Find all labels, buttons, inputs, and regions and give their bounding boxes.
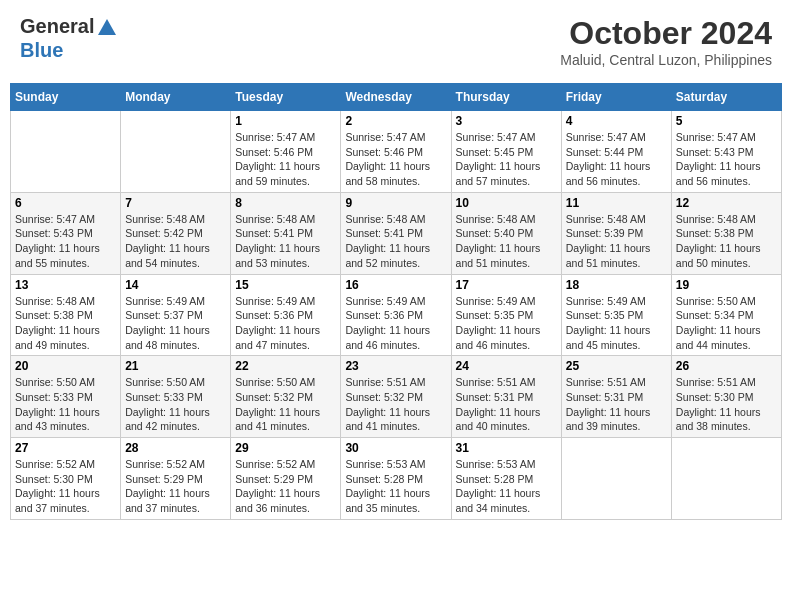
weekday-header: Sunday [11, 84, 121, 111]
day-info: Sunrise: 5:48 AM Sunset: 5:41 PM Dayligh… [345, 212, 446, 271]
calendar-week-row: 1Sunrise: 5:47 AM Sunset: 5:46 PM Daylig… [11, 111, 782, 193]
logo-general: General [20, 15, 94, 37]
month-title: October 2024 [560, 15, 772, 52]
calendar-cell [11, 111, 121, 193]
day-number: 9 [345, 196, 446, 210]
day-number: 24 [456, 359, 557, 373]
calendar-cell: 10Sunrise: 5:48 AM Sunset: 5:40 PM Dayli… [451, 192, 561, 274]
weekday-header: Wednesday [341, 84, 451, 111]
calendar-week-row: 6Sunrise: 5:47 AM Sunset: 5:43 PM Daylig… [11, 192, 782, 274]
day-number: 12 [676, 196, 777, 210]
calendar-cell: 7Sunrise: 5:48 AM Sunset: 5:42 PM Daylig… [121, 192, 231, 274]
calendar-cell [561, 438, 671, 520]
calendar-cell: 19Sunrise: 5:50 AM Sunset: 5:34 PM Dayli… [671, 274, 781, 356]
day-info: Sunrise: 5:50 AM Sunset: 5:34 PM Dayligh… [676, 294, 777, 353]
day-number: 15 [235, 278, 336, 292]
calendar-cell: 4Sunrise: 5:47 AM Sunset: 5:44 PM Daylig… [561, 111, 671, 193]
day-number: 1 [235, 114, 336, 128]
day-number: 25 [566, 359, 667, 373]
weekday-header: Tuesday [231, 84, 341, 111]
calendar: SundayMondayTuesdayWednesdayThursdayFrid… [10, 83, 782, 520]
day-info: Sunrise: 5:48 AM Sunset: 5:42 PM Dayligh… [125, 212, 226, 271]
calendar-cell: 31Sunrise: 5:53 AM Sunset: 5:28 PM Dayli… [451, 438, 561, 520]
calendar-cell: 27Sunrise: 5:52 AM Sunset: 5:30 PM Dayli… [11, 438, 121, 520]
day-number: 7 [125, 196, 226, 210]
day-info: Sunrise: 5:51 AM Sunset: 5:31 PM Dayligh… [566, 375, 667, 434]
calendar-cell: 29Sunrise: 5:52 AM Sunset: 5:29 PM Dayli… [231, 438, 341, 520]
day-number: 4 [566, 114, 667, 128]
day-number: 18 [566, 278, 667, 292]
calendar-cell: 5Sunrise: 5:47 AM Sunset: 5:43 PM Daylig… [671, 111, 781, 193]
day-number: 14 [125, 278, 226, 292]
calendar-cell: 30Sunrise: 5:53 AM Sunset: 5:28 PM Dayli… [341, 438, 451, 520]
day-number: 28 [125, 441, 226, 455]
day-number: 17 [456, 278, 557, 292]
calendar-cell: 15Sunrise: 5:49 AM Sunset: 5:36 PM Dayli… [231, 274, 341, 356]
day-number: 31 [456, 441, 557, 455]
day-number: 21 [125, 359, 226, 373]
calendar-cell: 24Sunrise: 5:51 AM Sunset: 5:31 PM Dayli… [451, 356, 561, 438]
day-number: 20 [15, 359, 116, 373]
weekday-header: Monday [121, 84, 231, 111]
weekday-header: Friday [561, 84, 671, 111]
day-info: Sunrise: 5:52 AM Sunset: 5:29 PM Dayligh… [125, 457, 226, 516]
day-info: Sunrise: 5:50 AM Sunset: 5:33 PM Dayligh… [15, 375, 116, 434]
day-number: 11 [566, 196, 667, 210]
day-number: 23 [345, 359, 446, 373]
calendar-cell [121, 111, 231, 193]
day-number: 22 [235, 359, 336, 373]
calendar-cell: 25Sunrise: 5:51 AM Sunset: 5:31 PM Dayli… [561, 356, 671, 438]
day-info: Sunrise: 5:51 AM Sunset: 5:30 PM Dayligh… [676, 375, 777, 434]
day-number: 8 [235, 196, 336, 210]
day-info: Sunrise: 5:47 AM Sunset: 5:44 PM Dayligh… [566, 130, 667, 189]
calendar-cell: 18Sunrise: 5:49 AM Sunset: 5:35 PM Dayli… [561, 274, 671, 356]
day-number: 6 [15, 196, 116, 210]
day-info: Sunrise: 5:50 AM Sunset: 5:32 PM Dayligh… [235, 375, 336, 434]
calendar-cell: 12Sunrise: 5:48 AM Sunset: 5:38 PM Dayli… [671, 192, 781, 274]
day-info: Sunrise: 5:48 AM Sunset: 5:38 PM Dayligh… [676, 212, 777, 271]
calendar-cell: 26Sunrise: 5:51 AM Sunset: 5:30 PM Dayli… [671, 356, 781, 438]
calendar-cell: 11Sunrise: 5:48 AM Sunset: 5:39 PM Dayli… [561, 192, 671, 274]
calendar-week-row: 13Sunrise: 5:48 AM Sunset: 5:38 PM Dayli… [11, 274, 782, 356]
day-info: Sunrise: 5:53 AM Sunset: 5:28 PM Dayligh… [456, 457, 557, 516]
day-number: 30 [345, 441, 446, 455]
calendar-cell: 1Sunrise: 5:47 AM Sunset: 5:46 PM Daylig… [231, 111, 341, 193]
title-block: October 2024 Maluid, Central Luzon, Phil… [560, 15, 772, 68]
calendar-cell: 23Sunrise: 5:51 AM Sunset: 5:32 PM Dayli… [341, 356, 451, 438]
day-info: Sunrise: 5:47 AM Sunset: 5:45 PM Dayligh… [456, 130, 557, 189]
calendar-cell: 2Sunrise: 5:47 AM Sunset: 5:46 PM Daylig… [341, 111, 451, 193]
weekday-header: Thursday [451, 84, 561, 111]
header: General Blue October 2024 Maluid, Centra… [10, 10, 782, 73]
day-info: Sunrise: 5:52 AM Sunset: 5:29 PM Dayligh… [235, 457, 336, 516]
day-info: Sunrise: 5:50 AM Sunset: 5:33 PM Dayligh… [125, 375, 226, 434]
day-info: Sunrise: 5:51 AM Sunset: 5:31 PM Dayligh… [456, 375, 557, 434]
calendar-cell: 13Sunrise: 5:48 AM Sunset: 5:38 PM Dayli… [11, 274, 121, 356]
calendar-cell: 16Sunrise: 5:49 AM Sunset: 5:36 PM Dayli… [341, 274, 451, 356]
calendar-cell [671, 438, 781, 520]
calendar-cell: 22Sunrise: 5:50 AM Sunset: 5:32 PM Dayli… [231, 356, 341, 438]
calendar-cell: 21Sunrise: 5:50 AM Sunset: 5:33 PM Dayli… [121, 356, 231, 438]
day-info: Sunrise: 5:47 AM Sunset: 5:43 PM Dayligh… [15, 212, 116, 271]
day-info: Sunrise: 5:48 AM Sunset: 5:38 PM Dayligh… [15, 294, 116, 353]
day-number: 27 [15, 441, 116, 455]
day-info: Sunrise: 5:52 AM Sunset: 5:30 PM Dayligh… [15, 457, 116, 516]
day-number: 2 [345, 114, 446, 128]
day-number: 10 [456, 196, 557, 210]
day-info: Sunrise: 5:47 AM Sunset: 5:46 PM Dayligh… [235, 130, 336, 189]
calendar-week-row: 27Sunrise: 5:52 AM Sunset: 5:30 PM Dayli… [11, 438, 782, 520]
day-info: Sunrise: 5:48 AM Sunset: 5:39 PM Dayligh… [566, 212, 667, 271]
day-number: 16 [345, 278, 446, 292]
calendar-cell: 9Sunrise: 5:48 AM Sunset: 5:41 PM Daylig… [341, 192, 451, 274]
calendar-cell: 14Sunrise: 5:49 AM Sunset: 5:37 PM Dayli… [121, 274, 231, 356]
day-info: Sunrise: 5:49 AM Sunset: 5:36 PM Dayligh… [235, 294, 336, 353]
day-info: Sunrise: 5:47 AM Sunset: 5:46 PM Dayligh… [345, 130, 446, 189]
day-info: Sunrise: 5:49 AM Sunset: 5:35 PM Dayligh… [566, 294, 667, 353]
day-number: 26 [676, 359, 777, 373]
day-info: Sunrise: 5:47 AM Sunset: 5:43 PM Dayligh… [676, 130, 777, 189]
location-title: Maluid, Central Luzon, Philippines [560, 52, 772, 68]
svg-marker-0 [98, 19, 116, 35]
day-info: Sunrise: 5:48 AM Sunset: 5:40 PM Dayligh… [456, 212, 557, 271]
day-info: Sunrise: 5:49 AM Sunset: 5:37 PM Dayligh… [125, 294, 226, 353]
day-info: Sunrise: 5:53 AM Sunset: 5:28 PM Dayligh… [345, 457, 446, 516]
day-number: 19 [676, 278, 777, 292]
